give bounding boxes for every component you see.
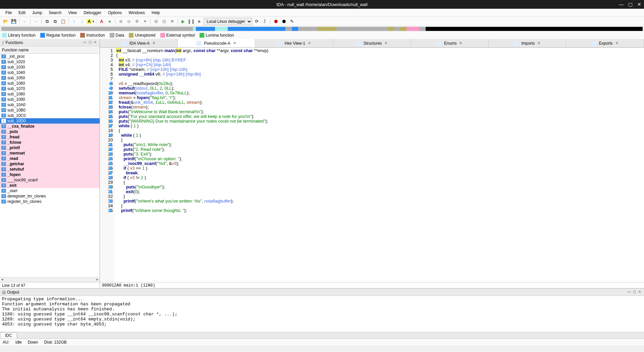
breakpoint-icon[interactable] — [109, 162, 112, 165]
menu-options[interactable]: Options — [105, 10, 124, 16]
tool3-icon[interactable]: ✻ — [133, 18, 141, 25]
function-item[interactable]: fsub_10D0 — [0, 118, 100, 124]
breakpoint-icon[interactable] — [109, 86, 112, 90]
breakpoint-icon[interactable] — [109, 91, 112, 95]
forward-icon[interactable]: → — [32, 18, 40, 25]
function-item[interactable]: fsub_1040 — [0, 70, 100, 75]
menu-search[interactable]: Search — [46, 10, 64, 16]
up-icon[interactable]: ↑ — [70, 18, 78, 25]
function-item[interactable]: f_start — [0, 188, 100, 193]
code-line[interactable]: v6 = __readfsqword(0x28u); — [116, 81, 643, 86]
copy2-icon[interactable]: ⧉ — [51, 18, 59, 25]
dbg1-icon[interactable]: ⟳ — [253, 18, 260, 25]
code-line[interactable]: FILE *stream; // [rsp+10h] [rbp-10h] — [116, 67, 643, 72]
function-item[interactable]: f_fclose — [0, 140, 100, 145]
paste-icon[interactable]: 📋 — [59, 18, 67, 25]
function-list[interactable]: f_init_procfsub_1020fsub_1030fsub_1040fs… — [0, 54, 100, 277]
code-line[interactable]: puts("2. Read note"); — [116, 147, 643, 152]
highlight-icon[interactable]: A — [87, 19, 92, 24]
close-icon[interactable]: ✕ — [637, 2, 641, 7]
breakpoint-icon[interactable] — [109, 166, 112, 170]
h-scrollbar[interactable] — [0, 277, 100, 282]
code-line[interactable]: setvbuf(stdout, 0LL, 2, 0LL); — [116, 86, 643, 91]
tab-close-icon[interactable]: ✕ — [459, 41, 462, 45]
output-body[interactable]: Propagating type information... Function… — [0, 296, 644, 332]
function-item[interactable]: fsub_1090 — [0, 97, 100, 102]
breakpoint-icon[interactable] — [109, 176, 112, 179]
tab-close-icon[interactable]: ✕ — [615, 41, 619, 45]
breakpoint-icon[interactable] — [109, 157, 112, 161]
function-item[interactable]: f_fread — [0, 134, 100, 140]
panel-max-icon[interactable]: ▢ — [88, 40, 92, 45]
stop-icon[interactable]: ■ — [196, 18, 203, 25]
function-item[interactable]: fsub_1030 — [0, 64, 100, 70]
tab-close-icon[interactable]: ✕ — [152, 41, 155, 45]
code-line[interactable]: puts("\nGoodbye!"); — [116, 185, 643, 189]
tab-close-icon[interactable]: ✕ — [233, 41, 236, 45]
code-line[interactable]: break; — [116, 171, 643, 175]
record-icon[interactable]: ● — [106, 18, 113, 25]
function-item[interactable]: fsub_1080 — [0, 91, 100, 97]
menu-debugger[interactable]: Debugger — [81, 10, 104, 16]
code-line[interactable]: int __fastcall __noreturn main(int argc,… — [116, 48, 643, 53]
tab-close-icon[interactable]: ✕ — [537, 41, 540, 45]
dbg3-icon[interactable]: ⬢ — [272, 18, 279, 25]
idc-tab[interactable]: IDC — [0, 332, 17, 339]
run-icon[interactable]: ▶ — [179, 18, 187, 25]
code-line[interactable]: while ( 1 ) — [116, 124, 643, 128]
cancel-icon[interactable]: ✕ — [168, 18, 176, 25]
breakpoint-icon[interactable] — [109, 209, 112, 212]
open-icon[interactable]: 📂 — [2, 18, 9, 25]
maximize-icon[interactable]: ▢ — [628, 2, 633, 7]
function-item[interactable]: f_read — [0, 156, 100, 161]
back-icon[interactable]: ← — [21, 18, 29, 25]
function-item[interactable]: f_getchar — [0, 161, 100, 167]
text-icon[interactable]: A — [98, 18, 105, 25]
function-item[interactable]: f_puts — [0, 129, 100, 134]
save-icon[interactable]: 💾 — [10, 18, 17, 25]
function-item[interactable]: fsub_1070 — [0, 86, 100, 91]
code-line[interactable]: if ( v3 == 1 ) — [116, 166, 643, 171]
code-line[interactable]: memset(notaflagbuffer, 0, 0x78uLL); — [116, 91, 643, 95]
code-line[interactable]: puts("3. Exit"); — [116, 152, 643, 157]
tool2-icon[interactable]: ⊖ — [125, 18, 132, 25]
breakpoint-icon[interactable] — [109, 143, 112, 146]
breakpoint-icon[interactable] — [109, 119, 112, 123]
function-item[interactable]: fsub_1060 — [0, 81, 100, 86]
tool6-icon[interactable]: ⊟ — [160, 18, 168, 25]
tab-exports[interactable]: Exports✕ — [566, 39, 644, 47]
tab-imports[interactable]: Imports✕ — [489, 39, 567, 47]
code-line[interactable]: if ( v3 != 2 ) — [116, 175, 643, 180]
tool4-icon[interactable]: ✦ — [141, 18, 149, 25]
menu-help[interactable]: Help — [149, 10, 163, 16]
overview-bar[interactable] — [1, 27, 643, 31]
tab-hex-view-1[interactable]: Hex View-1✕ — [255, 39, 333, 47]
output-close-icon[interactable]: ✕ — [637, 290, 642, 295]
breakpoint-icon[interactable] — [109, 124, 112, 128]
tab-enums[interactable]: Enums✕ — [411, 39, 489, 47]
code-line[interactable]: puts("[WARNING] Due to maintainance your… — [116, 119, 643, 124]
breakpoint-icon[interactable] — [109, 133, 112, 137]
code-line[interactable]: stream = fopen("flag.txt", "r"); — [116, 95, 643, 100]
function-item[interactable]: fsub_1050 — [0, 75, 100, 81]
function-item[interactable]: f___isoc99_scanf — [0, 177, 100, 183]
code-line[interactable]: puts("For your standard account offer, w… — [116, 114, 643, 119]
debugger-select[interactable]: Local Linux debugger — [204, 18, 252, 25]
code-line[interactable]: fclose(stream); — [116, 105, 643, 109]
function-item[interactable]: fsub_10C0 — [0, 113, 100, 118]
pause-icon[interactable]: ❚❚ — [187, 18, 195, 25]
code-line[interactable]: exit(0); — [116, 189, 643, 194]
breakpoint-icon[interactable] — [109, 110, 112, 114]
dbg4-icon[interactable]: ⬢ — [280, 18, 287, 25]
breakpoint-icon[interactable] — [109, 147, 112, 151]
breakpoint-icon[interactable] — [109, 82, 112, 85]
tab-close-icon[interactable]: ✕ — [308, 41, 311, 45]
tab-structures[interactable]: Structures✕ — [333, 39, 411, 47]
function-item[interactable]: f_memset — [0, 150, 100, 156]
breakpoint-icon[interactable] — [109, 190, 112, 193]
function-item[interactable]: fsub_10A0 — [0, 102, 100, 107]
breakpoint-icon[interactable] — [109, 105, 112, 109]
breakpoint-icon[interactable] — [109, 171, 112, 175]
function-item[interactable]: fsub_1020 — [0, 59, 100, 64]
function-name-header[interactable]: Function name — [0, 46, 100, 54]
